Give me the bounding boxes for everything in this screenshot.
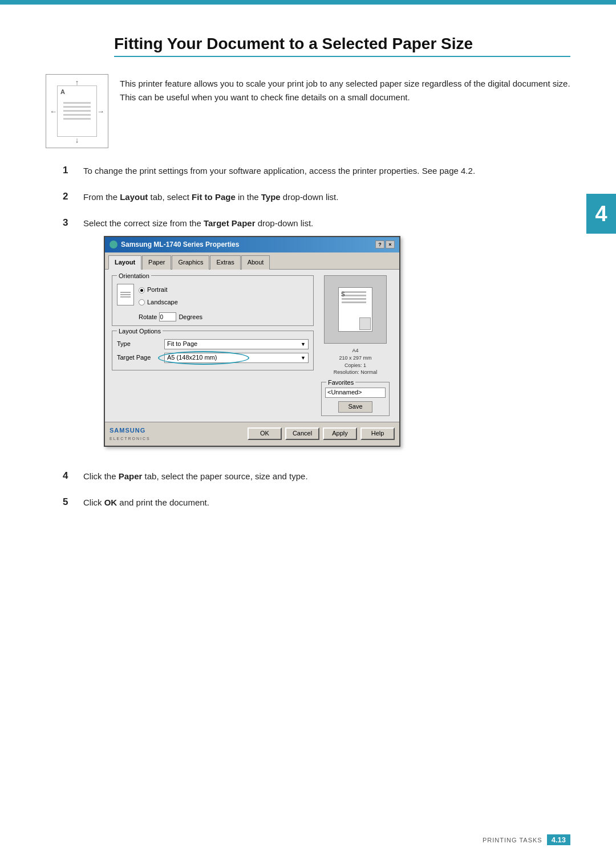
preview-copies: Copies: 1 [334, 362, 378, 369]
layout-options-title: Layout Options [117, 327, 163, 337]
apply-button[interactable]: Apply [323, 427, 357, 440]
p-line-3 [342, 298, 366, 300]
portrait-radio[interactable] [139, 287, 145, 294]
target-page-arrow: ▼ [301, 354, 306, 362]
step-4-number: 4 [63, 470, 75, 482]
landscape-radio-row[interactable]: Landscape [139, 298, 202, 308]
favorites-label: Favorites [326, 378, 355, 388]
help-button[interactable]: Help [360, 427, 395, 440]
doc-line-3 [63, 110, 91, 112]
tab-layout[interactable]: Layout [108, 255, 141, 270]
step-1: 1 To change the print settings from your… [63, 164, 570, 178]
step-3-content: Select the correct size from the Target … [83, 217, 570, 457]
page-title: Fitting Your Document to a Selected Pape… [114, 34, 570, 54]
dialog-body: Orientation [105, 270, 399, 421]
samsung-logo: SAMSUNG [110, 426, 145, 436]
p-line-2 [342, 295, 366, 296]
favorites-select[interactable]: <Unnamed> [325, 388, 386, 398]
type-select-arrow: ▼ [301, 340, 306, 348]
step-5: 5 Click OK and print the document. [63, 496, 570, 510]
dialog-titlebar-left: Samsung ML-1740 Series Properties [110, 239, 239, 250]
dialog-title-icon [110, 241, 117, 248]
dialog-right-panel: S › A4 [318, 275, 392, 415]
target-page-select[interactable]: A5 (148x210 mm) ▼ [164, 353, 309, 363]
samsung-logo-area: SAMSUNG ELECTRONICS [110, 426, 248, 442]
preview-s-label: S [341, 290, 345, 299]
paper-line-1 [120, 292, 131, 293]
title-underline [114, 56, 570, 57]
chapter-tab: 4 [586, 194, 616, 234]
doc-line-4 [63, 114, 91, 116]
type-select[interactable]: Fit to Page ▼ [164, 339, 309, 349]
landscape-radio[interactable] [139, 299, 145, 305]
orientation-icon [117, 284, 134, 305]
rotate-label: Rotate [139, 312, 157, 323]
rotate-unit: Degrees [179, 312, 202, 323]
target-page-row: Target Page A5 (148x210 mm) ▼ [117, 353, 309, 363]
arrow-left-icon: ← [50, 107, 57, 115]
step-1-number: 1 [63, 164, 75, 176]
save-favorites-button[interactable]: Save [338, 401, 372, 413]
type-row: Type Fit to Page ▼ [117, 339, 309, 349]
title-section: Fitting Your Document to a Selected Pape… [46, 34, 570, 57]
arrow-top-icon: ↑ [75, 78, 79, 87]
tab-about[interactable]: About [241, 255, 270, 270]
page-footer: Printing Tasks 4.13 [483, 834, 570, 845]
doc-label-a: A [60, 88, 65, 95]
step-4: 4 Click the Paper tab, select the paper … [63, 470, 570, 483]
radio-group: Portrait Landscape Rotate [139, 285, 202, 322]
rotate-input[interactable] [159, 312, 176, 321]
dialog-close-btn[interactable]: × [386, 241, 395, 248]
portrait-label: Portrait [147, 285, 167, 295]
ok-button[interactable]: OK [248, 427, 282, 440]
target-page-label: Target Page [117, 353, 160, 363]
step-3: 3 Select the correct size from the Targe… [63, 217, 570, 457]
page-number-badge: 4.13 [547, 834, 570, 845]
preview-corner [359, 317, 371, 330]
orientation-section: Portrait Landscape Rotate [117, 284, 309, 322]
doc-line-5 [63, 118, 91, 120]
doc-inner: A ↑ ↓ ← → [57, 85, 97, 137]
p-line-4 [342, 301, 366, 303]
dialog-footer: SAMSUNG ELECTRONICS OK Cancel Apply Help [105, 422, 399, 446]
orientation-group: Orientation [112, 275, 314, 326]
type-value: Fit to Page [167, 339, 197, 349]
chapter-number: 4 [595, 202, 607, 226]
preview-resolution: Resolution: Normal [334, 369, 378, 376]
type-label: Type [117, 339, 160, 349]
arrow-right-icon: → [97, 107, 104, 115]
preview-box: S › [324, 275, 387, 344]
step-2-content: From the Layout tab, select Fit to Page … [83, 190, 570, 204]
steps-section: 1 To change the print settings from your… [46, 164, 570, 510]
dialog-tabs: Layout Paper Graphics Extras About [105, 252, 399, 270]
doc-line-2 [63, 106, 91, 108]
portrait-radio-row[interactable]: Portrait [139, 285, 202, 295]
dialog-title: Samsung ML-1740 Series Properties [121, 239, 239, 250]
landscape-label: Landscape [147, 298, 178, 308]
preview-paper-size: A4 [334, 347, 378, 354]
target-page-value: A5 (148x210 mm) [167, 353, 217, 363]
favorites-value: <Unnamed> [327, 388, 362, 398]
orientation-group-title: Orientation [117, 271, 151, 282]
step-4-content: Click the Paper tab, select the paper so… [83, 470, 570, 483]
step-2-number: 2 [63, 190, 75, 202]
intro-text: This printer feature allows you to scale… [120, 74, 570, 104]
preview-info: A4 210 x 297 mm Copies: 1 Resolution: No… [334, 347, 378, 376]
dialog-btn-group: OK Cancel Apply Help [248, 427, 395, 440]
dialog-help-btn[interactable]: ? [375, 241, 384, 248]
paper-line-3 [120, 296, 131, 298]
tab-graphics[interactable]: Graphics [172, 255, 209, 270]
tab-extras[interactable]: Extras [210, 255, 240, 270]
paper-line-2 [120, 294, 131, 295]
rotate-row: Rotate Degrees [139, 312, 202, 323]
dialog-titlebar: Samsung ML-1740 Series Properties ? × [105, 237, 399, 252]
layout-options-group: Layout Options Type Fit to Page ▼ [112, 331, 314, 370]
cancel-button[interactable]: Cancel [285, 427, 319, 440]
tab-paper[interactable]: Paper [142, 255, 171, 270]
step-1-content: To change the print settings from your s… [83, 164, 570, 178]
step-2: 2 From the Layout tab, select Fit to Pag… [63, 190, 570, 204]
arrow-bottom-icon: ↓ [75, 136, 79, 144]
step-3-number: 3 [63, 217, 75, 229]
samsung-sub: ELECTRONICS [110, 435, 151, 442]
dialog-window: Samsung ML-1740 Series Properties ? × La… [104, 236, 400, 447]
